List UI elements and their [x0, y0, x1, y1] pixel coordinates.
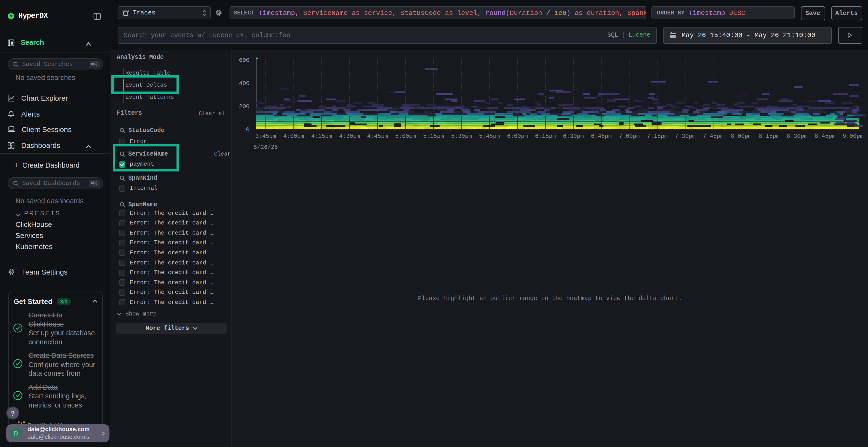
- svg-text:600: 600: [239, 57, 250, 64]
- svg-text:6:00pm: 6:00pm: [507, 133, 528, 139]
- svg-text:400: 400: [239, 80, 250, 87]
- svg-text:6:45pm: 6:45pm: [591, 133, 612, 139]
- svg-text:9:00pm: 9:00pm: [843, 133, 863, 139]
- svg-text:4:30pm: 4:30pm: [339, 133, 360, 139]
- svg-text:8:45pm: 8:45pm: [815, 133, 835, 139]
- svg-text:4:45pm: 4:45pm: [367, 133, 388, 139]
- svg-text:5/26/25: 5/26/25: [254, 144, 278, 150]
- svg-text:7:15pm: 7:15pm: [647, 133, 668, 139]
- svg-text:0: 0: [246, 127, 250, 133]
- svg-text:6:15pm: 6:15pm: [535, 133, 556, 139]
- svg-text:5:15pm: 5:15pm: [423, 133, 444, 139]
- svg-text:5:45pm: 5:45pm: [479, 133, 500, 139]
- svg-text:6:30pm: 6:30pm: [563, 133, 584, 139]
- svg-text:8:30pm: 8:30pm: [787, 133, 807, 139]
- svg-text:5:00pm: 5:00pm: [395, 133, 416, 139]
- svg-text:4:15pm: 4:15pm: [311, 133, 332, 139]
- svg-text:7:45pm: 7:45pm: [703, 133, 723, 139]
- svg-text:4:00pm: 4:00pm: [283, 133, 304, 139]
- svg-text:5:30pm: 5:30pm: [451, 133, 472, 139]
- svg-text:8:00pm: 8:00pm: [731, 133, 751, 139]
- svg-text:7:30pm: 7:30pm: [675, 133, 695, 139]
- svg-text:200: 200: [239, 103, 250, 110]
- svg-text:3:45pm: 3:45pm: [255, 133, 276, 139]
- svg-text:7:00pm: 7:00pm: [619, 133, 640, 139]
- svg-text:8:15pm: 8:15pm: [759, 133, 779, 139]
